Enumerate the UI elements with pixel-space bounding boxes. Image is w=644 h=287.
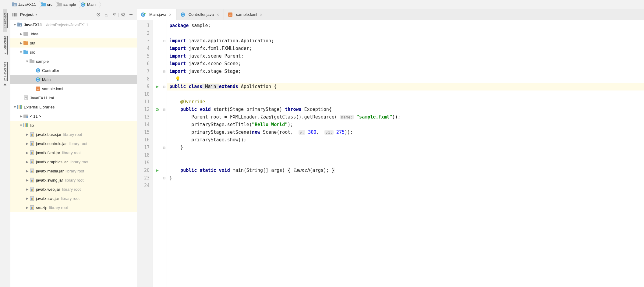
tree-node-external-libraries[interactable]: ▼External Libraries xyxy=(10,102,137,112)
folder-icon xyxy=(23,31,29,37)
folder-icon xyxy=(29,58,35,64)
tree-node-jar[interactable]: ▶javafx.web.jarlibrary root xyxy=(10,185,137,194)
fold-toggle[interactable]: ⊟ xyxy=(161,144,167,151)
twisty-open-icon[interactable]: ▼ xyxy=(25,59,29,63)
twisty-closed-icon[interactable]: ▶ xyxy=(25,151,29,155)
folder-src-icon xyxy=(23,49,29,55)
tree-node-main[interactable]: CMain xyxy=(10,75,137,84)
close-icon[interactable]: × xyxy=(216,12,220,17)
svg-rect-2 xyxy=(14,4,16,6)
tree-node-jar[interactable]: ▶javafx.media.jarlibrary root xyxy=(10,166,137,175)
override-icon[interactable] xyxy=(155,108,159,112)
fold-toggle[interactable]: ⊟ xyxy=(161,37,167,45)
breadcrumb-item[interactable]: src xyxy=(39,0,55,9)
twisty-closed-icon[interactable]: ▶ xyxy=(25,142,29,146)
twisty-closed-icon[interactable]: ▶ xyxy=(25,206,29,210)
breadcrumb-item[interactable]: sample xyxy=(55,0,79,9)
run-gutter[interactable] xyxy=(153,20,161,287)
twisty-closed-icon[interactable]: ▶ xyxy=(25,178,29,182)
twisty-open-icon[interactable]: ▼ xyxy=(13,105,17,109)
project-panel: Project ▼ | ▼ JavaFX11 ~/IdeaProjects/Ja… xyxy=(10,9,137,287)
breadcrumb-item[interactable]: C Main xyxy=(79,0,99,9)
tree-node-sample[interactable]: ▼sample xyxy=(10,57,137,66)
twisty-closed-icon[interactable]: ▶ xyxy=(19,32,23,36)
tree-node-jar[interactable]: ▶src.ziplibrary root xyxy=(10,203,137,212)
tree-node-src[interactable]: ▼src xyxy=(10,48,137,57)
twisty-closed-icon[interactable]: ▶ xyxy=(19,41,23,45)
project-tree[interactable]: ▼ JavaFX11 ~/IdeaProjects/JavaFX11 ▶.ide… xyxy=(10,20,137,287)
gear-icon[interactable] xyxy=(120,11,126,18)
code-line: } xyxy=(167,144,644,151)
collapse-all-button[interactable] xyxy=(111,11,118,18)
svg-marker-91 xyxy=(156,85,159,88)
rail-project[interactable]: 1: Project xyxy=(3,9,7,32)
tree-node-lib[interactable]: ▼lib xyxy=(10,121,137,130)
fold-toggle[interactable]: ⊟ xyxy=(161,106,167,113)
code-content[interactable]: package sample; import javafx.applicatio… xyxy=(167,20,644,287)
class-run-icon: C xyxy=(141,12,146,17)
svg-rect-58 xyxy=(31,134,32,136)
tree-node-out[interactable]: ▶out xyxy=(10,38,137,48)
svg-rect-50 xyxy=(21,105,22,109)
svg-text:C: C xyxy=(37,78,39,81)
jar-icon xyxy=(29,186,35,192)
tree-node-jar[interactable]: ▶javafx.fxml.jarlibrary root xyxy=(10,148,137,157)
twisty-open-icon[interactable]: ▼ xyxy=(19,50,23,54)
code-line: public void start(Stage primaryStage) th… xyxy=(167,106,644,113)
twisty-closed-icon[interactable]: ▶ xyxy=(25,197,29,200)
tree-node-jar[interactable]: ▶javafx.swing.jarlibrary root xyxy=(10,175,137,185)
editor-tab-controller[interactable]: C Controller.java × xyxy=(176,9,224,20)
close-icon[interactable]: × xyxy=(259,12,263,17)
svg-rect-12 xyxy=(15,13,17,16)
module-icon xyxy=(17,22,23,27)
twisty-open-icon[interactable]: ▼ xyxy=(19,123,23,127)
expand-all-button[interactable] xyxy=(103,11,110,18)
tree-node-jar[interactable]: ▶javafx.base.jarlibrary root xyxy=(10,130,137,139)
twisty-closed-icon[interactable]: ▶ xyxy=(19,114,23,118)
fold-toggle[interactable]: ⊟ xyxy=(161,174,167,182)
editor-body[interactable]: 12345678910111213141516171819202324 ⊟⊟⊟⊟… xyxy=(137,20,644,287)
tree-node-jar[interactable]: ▶javafx-swt.jarlibrary root xyxy=(10,194,137,203)
twisty-closed-icon[interactable]: ▶ xyxy=(25,133,29,136)
locate-button[interactable] xyxy=(95,11,102,18)
close-icon[interactable]: × xyxy=(168,12,172,17)
svg-text:C: C xyxy=(82,3,84,6)
tree-node-controller[interactable]: CController xyxy=(10,66,137,75)
jar-icon xyxy=(29,141,35,146)
tree-node-iml[interactable]: JavaFX11.iml xyxy=(10,93,137,102)
editor-tab-main[interactable]: C Main.java × xyxy=(137,9,176,20)
breadcrumb-label: Main xyxy=(87,2,96,7)
twisty-closed-icon[interactable]: ▶ xyxy=(25,169,29,173)
project-icon xyxy=(12,12,18,17)
run-icon[interactable] xyxy=(155,85,159,89)
hide-button[interactable] xyxy=(128,11,134,18)
fold-toggle[interactable]: ⊟ xyxy=(161,83,167,90)
twisty-closed-icon[interactable]: ▶ xyxy=(25,160,29,164)
svg-rect-49 xyxy=(20,105,21,109)
line-number-gutter[interactable]: 12345678910111213141516171819202324 xyxy=(137,20,153,287)
editor-area: C Main.java × C Controller.java × <> sam… xyxy=(137,9,644,287)
svg-rect-67 xyxy=(31,161,32,163)
tree-node-idea[interactable]: ▶.idea xyxy=(10,29,137,38)
svg-rect-65 xyxy=(32,152,33,154)
tree-root[interactable]: ▼ JavaFX11 ~/IdeaProjects/JavaFX11 xyxy=(10,20,137,29)
svg-rect-28 xyxy=(17,23,19,24)
jar-icon xyxy=(29,205,35,210)
module-icon xyxy=(12,2,17,7)
tree-node-jdk[interactable]: ▶< 11 > xyxy=(10,112,137,121)
svg-rect-48 xyxy=(19,105,19,109)
lightbulb-icon[interactable]: 💡 xyxy=(175,76,181,82)
fold-gutter[interactable]: ⊟⊟⊟⊟⊟⊟ xyxy=(161,20,167,287)
editor-tab-fxml[interactable]: <> sample.fxml × xyxy=(224,9,267,20)
fold-toggle[interactable]: ⊟ xyxy=(161,68,167,75)
tree-node-fxml[interactable]: <>sample.fxml xyxy=(10,84,137,93)
tree-node-jar[interactable]: ▶javafx.graphics.jarlibrary root xyxy=(10,157,137,166)
twisty-open-icon[interactable]: ▼ xyxy=(13,23,17,27)
rail-structure[interactable]: 7: Structure xyxy=(3,32,7,58)
rail-favorites[interactable]: ★ 2: Favorites xyxy=(3,58,7,90)
twisty-closed-icon[interactable]: ▶ xyxy=(25,187,29,191)
breadcrumb-item[interactable]: JavaFX11 xyxy=(10,0,39,9)
run-icon[interactable] xyxy=(155,169,159,172)
tree-node-jar[interactable]: ▶javafx.controls.jarlibrary root xyxy=(10,139,137,148)
panel-title[interactable]: Project ▼ xyxy=(12,12,38,17)
